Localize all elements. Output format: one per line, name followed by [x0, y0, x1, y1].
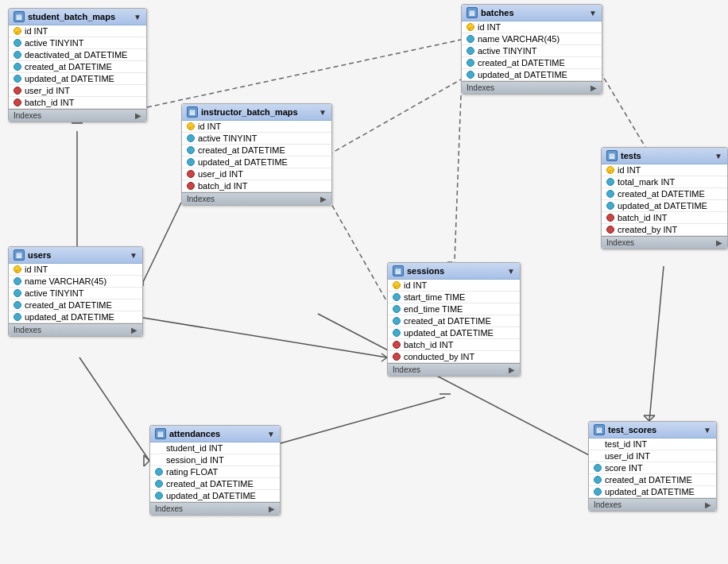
idx-icon	[187, 146, 195, 154]
table-title: attendances	[169, 429, 220, 438]
db-icon: ▤	[155, 428, 166, 439]
table-row: active TINYINT	[182, 133, 331, 145]
table-row: active TINYINT	[462, 45, 602, 57]
table-row: created_at DATETIME	[589, 474, 716, 486]
indexes-bar[interactable]: Indexes ▶	[9, 109, 146, 122]
table-header-instructor-batch-maps: ▤ instructor_batch_maps ▼	[182, 104, 331, 121]
table-row: student_id INT	[150, 442, 280, 454]
idx-icon	[393, 293, 401, 301]
svg-line-6	[328, 79, 461, 155]
dropdown-arrow[interactable]: ▼	[319, 108, 327, 117]
table-batches[interactable]: ▤ batches ▼ 🔑id INT name VARCHAR(45) act…	[461, 4, 602, 95]
indexes-arrow: ▶	[509, 365, 515, 374]
table-row: session_id INT	[150, 454, 280, 466]
table-attendances[interactable]: ▤ attendances ▼ student_id INT session_i…	[149, 425, 281, 516]
db-icon: ▤	[187, 106, 198, 118]
indexes-arrow: ▶	[716, 238, 722, 247]
table-student-batch-maps[interactable]: ▤ student_batch_maps ▼ 🔑id INT active TI…	[8, 8, 147, 122]
pk-icon: 🔑	[467, 23, 474, 31]
idx-icon	[187, 158, 195, 166]
idx-icon	[14, 277, 21, 285]
dropdown-arrow[interactable]: ▼	[507, 267, 515, 276]
svg-line-17	[144, 455, 149, 461]
table-row: created_at DATETIME	[9, 61, 146, 73]
fk-icon	[606, 226, 614, 234]
idx-icon	[14, 75, 21, 83]
idx-icon	[467, 71, 474, 79]
table-header-test-scores: ▤ test_scores ▼	[589, 422, 716, 438]
table-row: created_at DATETIME	[150, 478, 280, 490]
idx-icon	[155, 480, 163, 488]
dropdown-arrow[interactable]: ▼	[589, 9, 597, 17]
table-row: batch_id INT	[182, 180, 331, 192]
indexes-bar[interactable]: Indexes ▶	[602, 236, 727, 249]
indexes-bar[interactable]: Indexes ▶	[9, 323, 142, 336]
table-title: sessions	[407, 266, 444, 276]
indexes-bar[interactable]: Indexes ▶	[182, 192, 331, 205]
fk-icon	[606, 214, 614, 222]
db-icon: ▤	[14, 11, 25, 22]
table-sessions[interactable]: ▤ sessions ▼ 🔑id INT start_time TIME end…	[387, 262, 521, 377]
fk-icon	[393, 353, 401, 361]
idx-icon	[155, 492, 163, 500]
dropdown-arrow[interactable]: ▼	[134, 13, 141, 21]
dropdown-arrow[interactable]: ▼	[130, 251, 137, 260]
table-tests[interactable]: ▤ tests ▼ 🔑id INT total_mark INT created…	[601, 147, 728, 249]
dropdown-arrow[interactable]: ▼	[267, 430, 275, 438]
table-row: 🔑id INT	[182, 121, 331, 133]
indexes-arrow: ▶	[269, 504, 275, 513]
table-row: end_time TIME	[388, 303, 520, 315]
db-icon: ▤	[14, 249, 25, 261]
svg-line-14	[381, 353, 387, 357]
table-row: created_at DATETIME	[182, 145, 331, 156]
dropdown-arrow[interactable]: ▼	[714, 152, 722, 160]
table-row: name VARCHAR(45)	[462, 33, 602, 45]
idx-icon	[606, 190, 614, 198]
table-test-scores[interactable]: ▤ test_scores ▼ test_id INT user_id INT …	[588, 421, 717, 512]
table-row: user_id INT	[182, 168, 331, 180]
table-row: 🔑id INT	[9, 25, 146, 37]
table-row: updated_at DATETIME	[150, 490, 280, 502]
table-row: updated_at DATETIME	[9, 311, 142, 323]
table-row: batch_id INT	[388, 339, 520, 351]
table-row: created_at DATETIME	[9, 299, 142, 311]
idx-icon	[14, 51, 21, 59]
table-row: created_at DATETIME	[388, 315, 520, 327]
svg-line-27	[649, 415, 655, 421]
svg-line-33	[328, 199, 387, 302]
table-title: users	[28, 250, 51, 260]
db-icon: ▤	[393, 265, 404, 276]
fk-icon	[187, 182, 195, 190]
idx-icon	[14, 63, 21, 71]
table-header-tests: ▤ tests ▼	[602, 148, 727, 164]
table-row: start_time TIME	[388, 292, 520, 303]
table-row: updated_at DATETIME	[602, 200, 727, 212]
indexes-bar[interactable]: Indexes ▶	[589, 498, 716, 511]
svg-line-18	[144, 461, 149, 466]
idx-icon	[467, 35, 474, 43]
fk-icon	[393, 341, 401, 349]
pk-icon: 🔑	[14, 27, 21, 35]
table-row: rating FLOAT	[150, 466, 280, 478]
table-row: user_id INT	[589, 450, 716, 462]
table-row: deactivated_at DATETIME	[9, 49, 146, 61]
idx-icon	[467, 47, 474, 55]
table-row: batch_id INT	[602, 212, 727, 224]
table-row: 🔑id INT	[462, 21, 602, 33]
idx-icon	[14, 313, 21, 321]
idx-icon	[155, 468, 163, 476]
db-icon: ▤	[606, 150, 618, 161]
table-row: 🔑id INT	[9, 264, 142, 276]
indexes-bar[interactable]: Indexes ▶	[462, 81, 602, 94]
table-users[interactable]: ▤ users ▼ 🔑id INT name VARCHAR(45) activ…	[8, 246, 143, 337]
idx-icon	[393, 317, 401, 325]
table-instructor-batch-maps[interactable]: ▤ instructor_batch_maps ▼ 🔑id INT active…	[181, 103, 332, 206]
table-row: test_id INT	[589, 438, 716, 450]
table-row: active TINYINT	[9, 37, 146, 49]
indexes-bar[interactable]: Indexes ▶	[388, 363, 520, 376]
table-row: updated_at DATETIME	[388, 327, 520, 339]
indexes-bar[interactable]: Indexes ▶	[150, 502, 280, 515]
table-row: created_at DATETIME	[602, 188, 727, 200]
pk-icon: 🔑	[187, 122, 195, 130]
dropdown-arrow[interactable]: ▼	[703, 426, 711, 435]
